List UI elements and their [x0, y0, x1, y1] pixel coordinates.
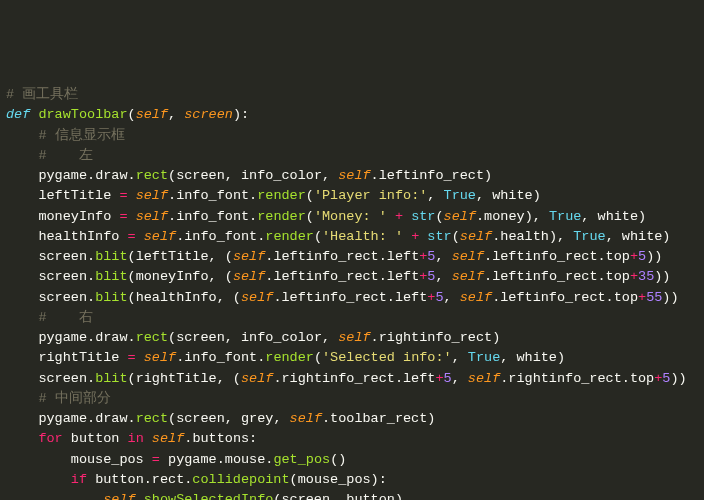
code-line: moneyInfo = self.info_font.render('Money… [6, 207, 704, 227]
code-block: # 画工具栏def drawToolbar(self, screen): # 信… [6, 85, 704, 500]
code-line: rightTitle = self.info_font.render('Sele… [6, 348, 704, 368]
code-line: pygame.draw.rect(screen, info_color, sel… [6, 328, 704, 348]
code-line: # 画工具栏 [6, 85, 704, 105]
code-line: screen.blit(leftTitle, (self.leftinfo_re… [6, 247, 704, 267]
code-line: mouse_pos = pygame.mouse.get_pos() [6, 450, 704, 470]
code-line: # 信息显示框 [6, 126, 704, 146]
code-line: healthInfo = self.info_font.render('Heal… [6, 227, 704, 247]
code-line: # 左 [6, 146, 704, 166]
code-line: leftTitle = self.info_font.render('Playe… [6, 186, 704, 206]
code-line: for button in self.buttons: [6, 429, 704, 449]
code-line: pygame.draw.rect(screen, info_color, sel… [6, 166, 704, 186]
code-line: if button.rect.collidepoint(mouse_pos): [6, 470, 704, 490]
code-line: def drawToolbar(self, screen): [6, 105, 704, 125]
code-line: pygame.draw.rect(screen, grey, self.tool… [6, 409, 704, 429]
code-line: screen.blit(healthInfo, (self.leftinfo_r… [6, 288, 704, 308]
code-line: # 右 [6, 308, 704, 328]
code-line: screen.blit(rightTitle, (self.rightinfo_… [6, 369, 704, 389]
code-line: self.showSelectedInfo(screen, button) [6, 490, 704, 500]
code-line: # 中间部分 [6, 389, 704, 409]
code-line: screen.blit(moneyInfo, (self.leftinfo_re… [6, 267, 704, 287]
